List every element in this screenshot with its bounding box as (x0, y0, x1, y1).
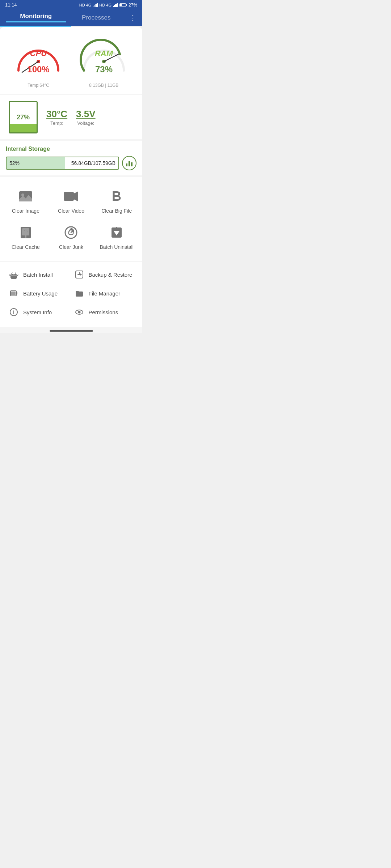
svg-rect-40 (11, 292, 16, 295)
battery-section: 27% 30°C Temp: 3.5V Voltage: (0, 95, 142, 139)
svg-marker-15 (74, 191, 78, 201)
clear-image-icon (17, 188, 34, 205)
battery-status-icon (119, 3, 127, 7)
svg-text:73%: 73% (95, 64, 113, 74)
batch-uninstall-icon (108, 224, 125, 241)
battery-widget-text: 27% (10, 114, 37, 121)
batch-install-label: Batch Install (23, 272, 53, 278)
svg-rect-14 (64, 192, 74, 201)
actions-grid: Clear Image Clear Video B (3, 183, 139, 255)
svg-rect-25 (116, 227, 117, 229)
system-info-label: System Info (23, 309, 52, 315)
clear-cache-icon (17, 224, 34, 241)
svg-rect-28 (10, 274, 17, 276)
battery-temp-stat: 30°C Temp: (46, 109, 67, 126)
storage-percent: 52% (9, 160, 20, 166)
storage-bar-container: 52% 56.84GB/107.59GB (6, 157, 119, 170)
storage-chart-button[interactable] (122, 156, 136, 170)
main-content: CPU 100% Temp:64°C RAM (0, 27, 142, 327)
clear-image-label: Clear Image (12, 208, 39, 214)
info-icon: i (9, 307, 19, 317)
android-icon (9, 269, 19, 280)
signal-bars-1 (93, 3, 98, 7)
status-bar: 11:14 HD 4G HD 4G 27% (0, 0, 142, 10)
battery-percent: 27% (129, 3, 137, 8)
signal-bars-2 (113, 3, 118, 7)
ram-gauge: RAM 73% 8.13GB | 11GB (77, 34, 131, 88)
backup-restore-label: Backup & Restore (89, 272, 133, 278)
bar-chart-icon (125, 159, 133, 167)
time: 11:14 (5, 2, 17, 8)
action-clear-big-file[interactable]: B Clear Big File (94, 183, 139, 219)
list-item-file-manager[interactable]: File Manager (71, 284, 137, 303)
svg-text:B: B (112, 189, 121, 204)
more-options-button[interactable]: ⋮ (126, 13, 136, 22)
svg-rect-10 (131, 162, 133, 166)
svg-line-32 (17, 275, 18, 276)
batch-uninstall-label: Batch Uninstall (100, 244, 133, 250)
storage-title: Internal Storage (6, 146, 136, 152)
gauges-section: CPU 100% Temp:64°C RAM (0, 27, 142, 94)
home-indicator (0, 327, 142, 333)
action-clear-cache[interactable]: Clear Cache (3, 219, 49, 255)
storage-bar-text: 52% 56.84GB/107.59GB (7, 160, 118, 166)
storage-detail: 56.84GB/107.59GB (71, 160, 115, 166)
list-grid: Batch Install Backup & Restore (6, 265, 136, 322)
file-manager-label: File Manager (89, 290, 121, 297)
list-item-backup-restore[interactable]: Backup & Restore (71, 265, 137, 284)
ram-gauge-svg: RAM 73% (77, 34, 131, 81)
clear-junk-label: Clear Junk (59, 244, 83, 250)
battery-usage-label: Battery Usage (23, 290, 58, 297)
list-item-permissions[interactable]: Permissions (71, 303, 137, 322)
list-item-batch-install[interactable]: Batch Install (6, 265, 71, 284)
action-clear-junk[interactable]: Clear Junk (49, 219, 94, 255)
svg-point-29 (12, 274, 13, 275)
svg-line-31 (9, 275, 10, 276)
list-item-battery-usage[interactable]: Battery Usage (6, 284, 71, 303)
svg-marker-37 (80, 273, 82, 276)
storage-section: Internal Storage 52% 56.84GB/107.59GB (0, 141, 142, 175)
svg-line-33 (12, 273, 12, 274)
network1-label: HD 4G (79, 3, 92, 7)
battery-temp-label: Temp: (50, 120, 63, 126)
cpu-gauge: CPU 100% Temp:64°C (11, 34, 66, 88)
clear-junk-icon (62, 224, 80, 241)
svg-text:i: i (13, 309, 14, 315)
list-section: Batch Install Backup & Restore (0, 262, 142, 327)
backup-icon (74, 269, 84, 280)
battery-voltage-stat: 3.5V Voltage: (76, 109, 96, 126)
clear-video-label: Clear Video (58, 208, 84, 214)
battery-widget: 27% (9, 101, 38, 133)
battery-temp-value: 30°C (46, 109, 67, 120)
svg-text:RAM: RAM (95, 49, 113, 58)
action-batch-uninstall[interactable]: Batch Uninstall (94, 219, 139, 255)
tab-monitoring[interactable]: Monitoring (6, 13, 66, 22)
clear-big-file-label: Clear Big File (101, 208, 132, 214)
battery-usage-icon (9, 288, 19, 298)
action-clear-video[interactable]: Clear Video (49, 183, 94, 219)
list-item-system-info[interactable]: i System Info (6, 303, 71, 322)
clear-video-icon (62, 188, 80, 205)
tab-processes[interactable]: Processes (66, 14, 127, 21)
action-clear-image[interactable]: Clear Image (3, 183, 49, 219)
svg-text:CPU: CPU (30, 49, 47, 58)
top-nav: Monitoring Processes ⋮ (0, 10, 142, 26)
svg-point-44 (78, 311, 80, 314)
battery-widget-fill (10, 124, 37, 132)
actions-section: Clear Image Clear Video B (0, 177, 142, 261)
ram-detail: 8.13GB | 11GB (89, 83, 118, 88)
cpu-temp: Temp:64°C (28, 83, 50, 88)
svg-rect-39 (16, 292, 17, 294)
battery-stats: 30°C Temp: 3.5V Voltage: (46, 109, 96, 126)
svg-rect-20 (25, 235, 26, 238)
eye-icon (74, 307, 84, 317)
permissions-label: Permissions (89, 309, 118, 315)
storage-bar-row: 52% 56.84GB/107.59GB (6, 156, 136, 170)
svg-rect-8 (126, 163, 127, 166)
network2-label: HD 4G (99, 3, 112, 7)
svg-line-34 (15, 273, 16, 274)
svg-text:100%: 100% (28, 64, 50, 74)
cpu-gauge-svg: CPU 100% (11, 34, 66, 81)
battery-voltage-value: 3.5V (76, 109, 96, 120)
clear-cache-label: Clear Cache (12, 244, 40, 250)
